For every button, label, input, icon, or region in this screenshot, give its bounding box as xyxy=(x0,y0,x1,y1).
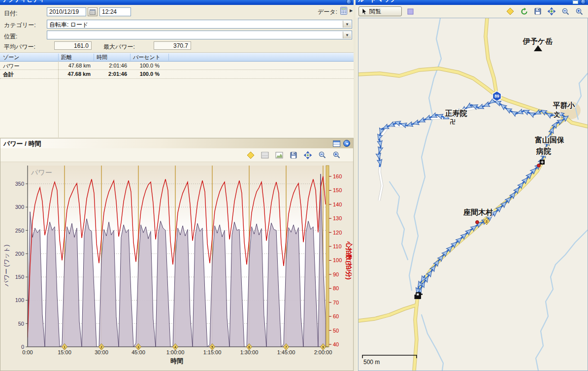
svg-text:3: 3 xyxy=(137,345,139,349)
col-zone[interactable]: ゾーン xyxy=(3,54,20,61)
table-row-total[interactable]: 合計 47.68 km 2:01:46 100.0 % xyxy=(0,70,354,78)
svg-text:300: 300 xyxy=(15,204,24,210)
location-combobox[interactable]: ▼ xyxy=(47,31,352,39)
chart-panel-titlebar: パワー / 時間 xyxy=(0,138,353,149)
date-input[interactable]: 2010/12/19 xyxy=(47,7,86,16)
route-map-panel: ルート マップ 閲覧 893伊予ケ岳平群小文正寿院卍富山国保病院座間木村500 … xyxy=(356,0,588,371)
cell-zone: 合計 xyxy=(3,71,14,78)
route-number-badge: 89 xyxy=(493,91,501,101)
svg-text:パワー (ワット): パワー (ワット) xyxy=(3,245,10,287)
map-label: 平群小 xyxy=(553,101,576,109)
in-plot-legend: パワー xyxy=(31,169,52,176)
zone-table-header[interactable]: ゾーン 距離 時間 パーセント xyxy=(0,53,354,62)
map-label: 正寿院 xyxy=(445,109,468,117)
activity-details-panel: アクティビティ 日付: 2010/12/19 12:24 データ: ▶ カテゴリ… xyxy=(0,0,354,137)
svg-text:80: 80 xyxy=(333,285,339,291)
map-viewport[interactable]: 893伊予ケ岳平群小文正寿院卍富山国保病院座間木村500 m xyxy=(358,18,588,371)
chart-toolbar xyxy=(0,148,353,162)
poi-red-dot xyxy=(476,221,479,224)
svg-text:時間: 時間 xyxy=(170,357,183,365)
svg-text:9: 9 xyxy=(322,345,324,349)
zoom-out-icon[interactable] xyxy=(317,150,327,160)
map-label: 富山国保 xyxy=(535,135,564,144)
chart-marker-diamond-icon[interactable] xyxy=(246,150,256,160)
save-chart-icon[interactable] xyxy=(289,150,298,160)
details-collapse-button[interactable] xyxy=(346,0,352,4)
map-pan-icon[interactable] xyxy=(547,6,556,16)
chart-collapse-button[interactable] xyxy=(343,140,350,147)
svg-text:130: 130 xyxy=(333,215,342,221)
col-percent[interactable]: パーセント xyxy=(133,54,161,61)
cursor-icon xyxy=(362,8,367,15)
category-value: 自転車: ロード xyxy=(49,21,88,29)
col-time[interactable]: 時間 xyxy=(97,54,107,61)
chart-style-icon[interactable] xyxy=(274,150,284,160)
cell-zone: パワー xyxy=(3,63,20,70)
svg-text:200: 200 xyxy=(15,251,24,257)
map-label: 文 xyxy=(554,111,560,118)
max-power-value: 370.7 xyxy=(154,41,191,50)
map-zoom-out-icon[interactable] xyxy=(560,6,570,16)
svg-text:70: 70 xyxy=(333,300,339,305)
details-panel-title: アクティビティ xyxy=(2,0,45,4)
svg-text:90: 90 xyxy=(333,271,339,277)
data-menu-arrow-icon: ▶ xyxy=(350,8,353,13)
svg-text:7: 7 xyxy=(285,345,287,349)
view-button-label: 閲覧 xyxy=(369,7,381,16)
x-axis: 0:0015:0030:0045:001:00:001:15:001:30:00… xyxy=(22,349,332,365)
svg-text:120: 120 xyxy=(333,230,342,236)
cell-distance: 47.68 km xyxy=(49,63,91,68)
map-panel-title: ルート マップ xyxy=(358,0,396,4)
route-map[interactable]: 893伊予ケ岳平群小文正寿院卍富山国保病院座間木村500 m xyxy=(359,18,588,371)
map-zoom-in-icon[interactable] xyxy=(574,6,584,16)
calendar-button[interactable] xyxy=(88,7,98,16)
svg-text:100: 100 xyxy=(333,257,342,263)
avg-power-value: 161.0 xyxy=(54,41,92,50)
chart-end-marker xyxy=(326,166,329,347)
data-menu-button[interactable] xyxy=(339,6,349,15)
svg-text:60: 60 xyxy=(333,313,339,319)
svg-text:350: 350 xyxy=(15,181,24,187)
map-toolbar: 閲覧 xyxy=(356,5,588,18)
svg-text:250: 250 xyxy=(15,228,24,234)
svg-text:1: 1 xyxy=(64,345,65,349)
avg-power-label: 平均パワー: xyxy=(4,43,35,51)
svg-text:500 m: 500 m xyxy=(363,359,380,366)
zoom-in-icon[interactable] xyxy=(331,150,341,160)
split-view-icon[interactable] xyxy=(333,140,340,149)
category-dropdown-arrow-icon[interactable]: ▼ xyxy=(343,21,351,28)
map-label: 座間木村 xyxy=(463,208,493,216)
svg-text:160: 160 xyxy=(333,173,342,179)
category-combobox[interactable]: 自転車: ロード ▼ xyxy=(47,20,352,29)
svg-text:4: 4 xyxy=(174,345,176,349)
col-distance[interactable]: 距離 xyxy=(61,54,72,61)
time-input[interactable]: 12:24 xyxy=(99,7,131,16)
date-label: 日付: xyxy=(4,9,17,18)
map-window-icon[interactable] xyxy=(573,0,578,4)
hospital-symbol xyxy=(540,160,545,165)
svg-text:5: 5 xyxy=(211,345,213,349)
map-marker-diamond-icon[interactable] xyxy=(505,6,515,16)
chart-rows-icon[interactable] xyxy=(260,150,270,160)
map-view-mode-button[interactable]: 閲覧 xyxy=(359,6,402,16)
data-label: データ: xyxy=(318,8,337,16)
zone-table: ゾーン 距離 時間 パーセント パワー 47.68 km 2:01:46 100… xyxy=(0,52,354,137)
svg-text:50: 50 xyxy=(333,328,339,334)
map-label: 病院 xyxy=(536,147,552,155)
location-dropdown-arrow-icon[interactable]: ▼ xyxy=(343,32,351,38)
map-titlebar: ルート マップ xyxy=(356,0,588,5)
pan-icon[interactable] xyxy=(303,150,313,160)
category-label: カテゴリー: xyxy=(4,21,35,30)
table-row-power[interactable]: パワー 47.68 km 2:01:46 100.0 % xyxy=(0,62,354,69)
refresh-icon[interactable] xyxy=(519,6,529,16)
cell-distance: 47.68 km xyxy=(49,71,91,77)
map-label: 卍 xyxy=(450,119,456,125)
application-window: アクティビティ 日付: 2010/12/19 12:24 データ: ▶ カテゴリ… xyxy=(0,0,588,371)
selection-box-icon[interactable] xyxy=(407,8,414,15)
save-map-icon[interactable] xyxy=(533,6,543,16)
location-label: 位置: xyxy=(4,33,17,41)
poi-red-dot xyxy=(537,164,541,168)
map-collapse-button[interactable] xyxy=(581,0,586,4)
power-time-chart[interactable]: 050100150200250300350パワー (ワット)4050607080… xyxy=(0,162,353,371)
details-titlebar: アクティビティ xyxy=(0,0,354,5)
